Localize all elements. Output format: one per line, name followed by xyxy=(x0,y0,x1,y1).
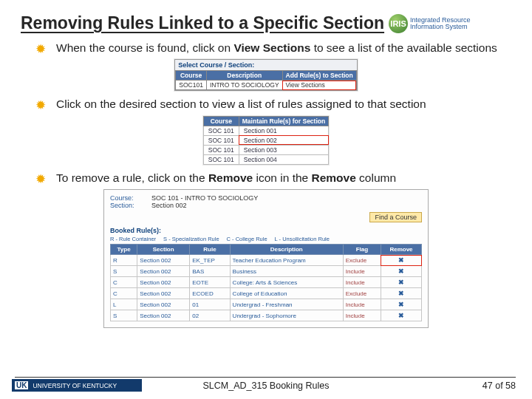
rule-row: CSection 002ECOEDCollege of EducationExc… xyxy=(111,288,422,299)
remove-icon[interactable]: ✖ xyxy=(381,277,421,288)
iris-logo-icon: IRIS xyxy=(389,14,408,33)
star-icon: ✹ xyxy=(35,41,46,57)
section-row[interactable]: SOC 101Section 002 xyxy=(203,135,328,145)
page-title: Removing Rules Linked to a Specific Sect… xyxy=(21,13,384,33)
footer-center: SLCM_AD_315 Booking Rules xyxy=(203,381,330,391)
legend: R - Rule Container S - Specialization Ru… xyxy=(110,236,422,242)
slide: Removing Rules Linked to a Specific Sect… xyxy=(0,0,532,328)
section-row[interactable]: SOC 101Section 001 xyxy=(203,126,328,135)
figure-section-list: Course Maintain Rule(s) for Section SOC … xyxy=(21,116,511,165)
bullet-2: ✹ Click on the desired section to view a… xyxy=(35,97,511,111)
rule-row: RSection 002EK_TEPTeacher Education Prog… xyxy=(111,255,422,266)
fig3-panel: Course:SOC 101 - INTRO TO SOCIOLOGY Sect… xyxy=(103,189,429,328)
page-number: 47 of 58 xyxy=(482,381,516,391)
section-row[interactable]: SOC 101Section 004 xyxy=(203,154,328,164)
rule-row: SSection 00202Undergrad - SophomoreInclu… xyxy=(111,310,422,321)
booked-rules-title: Booked Rule(s): xyxy=(110,227,422,234)
rule-row: SSection 002BASBusinessInclude✖ xyxy=(111,266,422,277)
remove-icon[interactable]: ✖ xyxy=(381,310,421,321)
fig3-table: Type Section Rule Description Flag Remov… xyxy=(110,244,422,321)
figure-select-course: Select Course / Section: Course Descript… xyxy=(21,59,511,91)
remove-icon[interactable]: ✖ xyxy=(381,299,421,310)
footer: UK UNIVERSITY OF KENTUCKY SLCM_AD_315 Bo… xyxy=(0,379,532,392)
footer-divider xyxy=(15,377,516,378)
figure-booked-rules: Course:SOC 101 - INTRO TO SOCIOLOGY Sect… xyxy=(21,189,511,328)
view-sections-link[interactable]: View Sections xyxy=(282,81,356,90)
bullet-1: ✹ When the course is found, click on Vie… xyxy=(35,41,511,55)
star-icon: ✹ xyxy=(35,98,46,113)
bullet-3: ✹ To remove a rule, click on the Remove … xyxy=(35,171,511,185)
iris-logo-text: Integrated Resource Information System xyxy=(410,17,471,30)
remove-icon[interactable]: ✖ xyxy=(381,255,421,266)
section-row[interactable]: SOC 101Section 003 xyxy=(203,145,328,154)
star-icon: ✹ xyxy=(35,171,46,187)
remove-icon[interactable]: ✖ xyxy=(381,266,421,277)
uk-logo: UK UNIVERSITY OF KENTUCKY xyxy=(12,379,142,392)
find-course-button[interactable]: Find a Course xyxy=(369,212,422,222)
rule-row: CSection 002EOTECollege: Arts & Sciences… xyxy=(111,277,422,288)
fig1-header: Select Course / Section: xyxy=(175,60,356,70)
fig2-table: Course Maintain Rule(s) for Section SOC … xyxy=(203,116,329,165)
rule-row: LSection 00201Undergrad - FreshmanInclud… xyxy=(111,299,422,310)
fig3-fields: Course:SOC 101 - INTRO TO SOCIOLOGY Sect… xyxy=(110,194,422,222)
fig1-table: Course Description Add Rule(s) to Sectio… xyxy=(175,70,356,90)
bullet-list: ✹ When the course is found, click on Vie… xyxy=(21,41,511,328)
iris-logo: IRIS Integrated Resource Information Sys… xyxy=(389,14,471,33)
remove-icon[interactable]: ✖ xyxy=(381,288,421,299)
title-row: Removing Rules Linked to a Specific Sect… xyxy=(21,13,511,33)
